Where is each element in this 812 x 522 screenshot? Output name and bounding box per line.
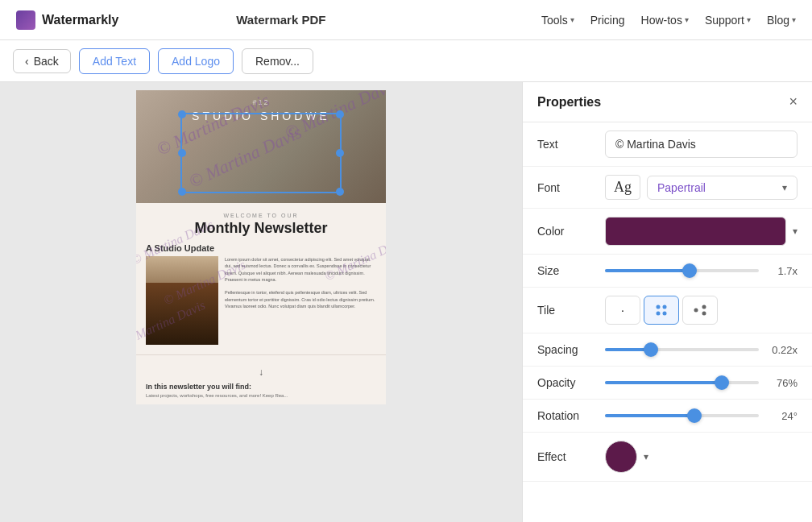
rotation-slider[interactable] (605, 408, 759, 424)
svg-point-3 (663, 312, 667, 316)
navbar: Watermarkly Watermark PDF Tools ▾ Pricin… (0, 0, 812, 40)
tile-grid-button[interactable] (644, 296, 679, 325)
effect-swatch[interactable] (605, 441, 637, 473)
opacity-content: 76% (605, 375, 798, 391)
size-fill (605, 269, 690, 272)
rotation-fill (605, 414, 694, 417)
effect-label: Effect (537, 450, 595, 463)
opacity-row: Opacity 76% (523, 367, 812, 400)
handle-mr[interactable] (336, 149, 344, 157)
nav-tools[interactable]: Tools ▾ (541, 14, 574, 27)
close-button[interactable]: × (789, 93, 798, 110)
color-row: Color ▾ (523, 209, 812, 255)
spacing-label: Spacing (537, 343, 595, 356)
svg-point-0 (657, 305, 661, 309)
pdf-page1: #12 STUDIO SHODWE © Martina Davis © Mart… (136, 90, 386, 203)
rotation-label: Rotation (537, 409, 595, 422)
brand-name: Watermarkly (42, 13, 118, 27)
panel-header: Properties × (523, 82, 812, 122)
opacity-label: Opacity (537, 376, 595, 389)
rotation-row: Rotation 24° (523, 400, 812, 433)
spacing-value: 0.22x (765, 344, 798, 356)
font-chevron-icon: ▾ (782, 182, 787, 193)
back-arrow-icon: ‹ (25, 55, 29, 68)
color-swatch[interactable] (605, 217, 786, 246)
spacing-slider[interactable] (605, 342, 759, 358)
opacity-slider[interactable] (605, 375, 759, 391)
welcome-text: WELCOME TO OUR (146, 213, 376, 218)
spacing-row: Spacing 0.22x (523, 334, 812, 367)
svg-point-6 (702, 312, 706, 316)
nav-pricing[interactable]: Pricing (590, 14, 625, 27)
add-logo-button[interactable]: Add Logo (158, 48, 234, 74)
selection-box[interactable] (180, 113, 342, 193)
text-label: Text (537, 138, 595, 151)
font-row: Font Ag Papertrail ▾ (523, 167, 812, 209)
svg-point-4 (694, 309, 698, 313)
spacing-content: 0.22x (605, 342, 798, 358)
handle-br[interactable] (336, 188, 344, 196)
font-label: Font (537, 181, 595, 194)
handle-bl[interactable] (178, 188, 186, 196)
spacing-thumb[interactable] (644, 342, 658, 357)
rotation-thumb[interactable] (687, 408, 702, 423)
properties-panel: Properties × Text Font Ag Papertrail ▾ (522, 82, 812, 522)
effect-content: ▾ (605, 441, 798, 473)
blog-chevron-icon: ▾ (792, 15, 796, 24)
howtos-chevron-icon: ▾ (685, 15, 689, 24)
text-input[interactable] (605, 130, 798, 158)
font-preview: Ag (605, 175, 640, 200)
size-row: Size 1.7x (523, 255, 812, 288)
tile-button-group: · (605, 296, 718, 325)
rotation-track (605, 414, 759, 417)
tile-label: Tile (537, 304, 595, 317)
size-label: Size (537, 264, 595, 277)
handle-tr[interactable] (336, 110, 344, 118)
remove-button[interactable]: Remov... (242, 48, 313, 74)
opacity-thumb[interactable] (715, 375, 729, 390)
canvas-area[interactable]: #12 STUDIO SHODWE © Martina Davis © Mart… (0, 82, 522, 522)
nav-links: Tools ▾ Pricing How-tos ▾ Support ▾ Blog… (541, 14, 796, 27)
handle-tl[interactable] (178, 110, 186, 118)
tile-row: Tile · (523, 288, 812, 334)
size-slider[interactable] (605, 263, 759, 279)
spacing-track (605, 348, 759, 351)
pdf-preview: #12 STUDIO SHODWE © Martina Davis © Mart… (136, 90, 386, 404)
tile-content: · (605, 296, 798, 325)
arrow-icon: ↓ (146, 367, 376, 378)
see-inside-text: In this newsletter you will find: (146, 383, 376, 391)
support-chevron-icon: ▾ (747, 15, 751, 24)
tools-chevron-icon: ▾ (570, 15, 574, 24)
toolbar: ‹ Back Add Text Add Logo Remov... (0, 40, 812, 82)
svg-point-5 (702, 305, 706, 309)
color-label: Color (537, 225, 595, 238)
back-button[interactable]: ‹ Back (13, 49, 71, 73)
size-content: 1.7x (605, 263, 798, 279)
opacity-track (605, 381, 759, 384)
nav-howtos[interactable]: How-tos ▾ (641, 14, 689, 27)
nav-blog[interactable]: Blog ▾ (767, 14, 796, 27)
text-content (605, 130, 798, 158)
effect-chevron-icon: ▾ (644, 451, 648, 462)
nav-support[interactable]: Support ▾ (705, 14, 751, 27)
handle-ml[interactable] (178, 149, 186, 157)
opacity-value: 76% (765, 377, 798, 389)
tile-diagonal-button[interactable] (682, 296, 718, 325)
svg-point-1 (663, 305, 667, 309)
size-thumb[interactable] (682, 263, 697, 278)
rotation-value: 24° (765, 410, 798, 422)
brand-icon (16, 10, 35, 30)
size-value: 1.7x (765, 265, 798, 277)
effect-row: Effect ▾ (523, 433, 812, 482)
add-text-button[interactable]: Add Text (79, 48, 150, 74)
color-content: ▾ (605, 217, 798, 246)
pdf-page2: WELCOME TO OUR Monthly Newsletter A Stud… (136, 203, 386, 354)
font-name: Papertrail (657, 181, 706, 194)
panel-title: Properties (537, 95, 601, 110)
size-track (605, 269, 759, 272)
tile-single-button[interactable]: · (605, 296, 640, 325)
color-chevron-icon: ▾ (793, 226, 798, 237)
panel-content: Text Font Ag Papertrail ▾ Color (523, 122, 812, 522)
font-select-dropdown[interactable]: Papertrail ▾ (647, 176, 798, 200)
brand-logo[interactable]: Watermarkly (16, 10, 118, 30)
